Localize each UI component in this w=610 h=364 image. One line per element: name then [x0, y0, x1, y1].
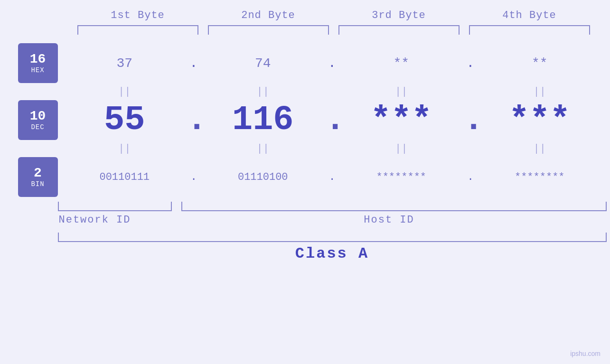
bottom-labels: Network ID Host ID: [18, 214, 607, 226]
sep1-b2: ||: [201, 86, 325, 98]
byte2-top-bracket: [208, 25, 329, 35]
byte3-header: 3rd Byte: [334, 9, 464, 21]
bin-b3: ********: [339, 171, 464, 183]
sep-bytes-2: || || || ||: [58, 143, 607, 155]
class-section: Class A: [18, 233, 607, 262]
bin-badge: 2 BIN: [18, 157, 58, 197]
class-bracket-wrap: [18, 233, 607, 242]
dec-badge: 10 DEC: [18, 100, 58, 140]
dec-b4: ***: [478, 101, 602, 140]
hex-b4: **: [478, 56, 602, 71]
byte4-header: 4th Byte: [464, 9, 595, 21]
bin-dot3: .: [463, 171, 478, 183]
byte1-header: 1st Byte: [73, 9, 203, 21]
dec-badge-num: 10: [30, 109, 46, 124]
network-id-label: Network ID: [18, 214, 172, 226]
hex-badge: 16 HEX: [18, 43, 58, 83]
sep-row-2: || || || ||: [18, 140, 607, 157]
host-id-label: Host ID: [172, 214, 607, 226]
sep-bytes-1: || || || ||: [58, 86, 607, 98]
top-bracket-row: [73, 25, 595, 35]
dec-b2: 116: [201, 101, 325, 140]
dec-b3: ***: [339, 101, 464, 140]
bin-b4: ********: [478, 171, 602, 183]
hex-b2: 74: [201, 56, 325, 71]
content-area: 16 HEX 37 . 74 . ** . ** || || ||: [18, 43, 607, 197]
class-bracket: [58, 233, 607, 242]
bin-badge-label: BIN: [31, 180, 44, 188]
bin-dot1: .: [187, 171, 201, 183]
dec-badge-label: DEC: [31, 123, 44, 131]
dec-bytes-row: 55 . 116 . *** . ***: [58, 101, 607, 140]
hex-dot3: .: [463, 56, 478, 71]
dec-b1: 55: [63, 101, 187, 140]
byte-headers: 1st Byte 2nd Byte 3rd Byte 4th Byte: [73, 9, 595, 21]
hex-b3: **: [339, 56, 464, 71]
watermark: ipshu.com: [570, 350, 601, 357]
bin-dot2: .: [325, 171, 339, 183]
bottom-brackets: [18, 202, 607, 211]
hex-row: 16 HEX 37 . 74 . ** . **: [18, 43, 607, 83]
class-label: Class A: [58, 245, 607, 262]
sep2-b1: ||: [63, 143, 187, 155]
hex-b1: 37: [63, 56, 187, 71]
bin-b2: 01110100: [201, 171, 325, 183]
sep2-b3: ||: [339, 143, 464, 155]
dec-dot1: .: [187, 101, 201, 140]
byte2-header: 2nd Byte: [203, 9, 334, 21]
bin-bytes-row: 00110111 . 01110100 . ******** . *******…: [58, 171, 607, 183]
sep2-b4: ||: [478, 143, 602, 155]
hex-dot1: .: [187, 56, 201, 71]
dec-row: 10 DEC 55 . 116 . *** . ***: [18, 100, 607, 140]
bin-row: 2 BIN 00110111 . 01110100 . ******** . *…: [18, 157, 607, 197]
bottom-section: Network ID Host ID: [18, 202, 607, 233]
hex-bytes-row: 37 . 74 . ** . **: [58, 56, 607, 71]
hex-badge-num: 16: [30, 52, 46, 67]
host-id-bracket: [181, 202, 607, 211]
byte1-top-bracket: [77, 25, 198, 35]
byte4-top-bracket: [469, 25, 590, 35]
hex-dot2: .: [325, 56, 339, 71]
sep1-b1: ||: [63, 86, 187, 98]
dec-dot2: .: [325, 101, 339, 140]
dec-dot3: .: [463, 101, 478, 140]
bin-b1: 00110111: [63, 171, 187, 183]
main-container: 1st Byte 2nd Byte 3rd Byte 4th Byte 16 H…: [0, 0, 610, 364]
network-id-bracket: [58, 202, 172, 211]
sep2-b2: ||: [201, 143, 325, 155]
sep1-b4: ||: [478, 86, 602, 98]
sep1-b3: ||: [339, 86, 464, 98]
bin-badge-num: 2: [34, 166, 42, 181]
class-label-row: Class A: [18, 245, 607, 262]
hex-badge-label: HEX: [31, 66, 44, 74]
byte3-top-bracket: [338, 25, 460, 35]
sep-row-1: || || || ||: [18, 83, 607, 100]
